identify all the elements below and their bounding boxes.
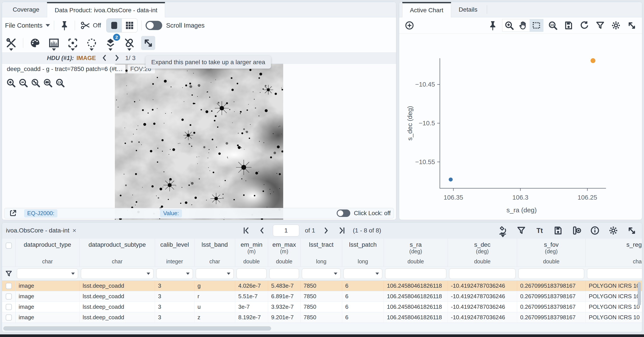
column-header-lsst_patch[interactable]: lsst_patchlong [342, 238, 384, 266]
horizontal-scrollbar-thumb[interactable] [3, 326, 271, 331]
click-lock-toggle[interactable] [337, 210, 350, 217]
select-all-header[interactable] [2, 238, 16, 266]
column-header-dataproduct_subtype[interactable]: dataproduct_subtypechar [80, 238, 155, 266]
chart-filter-button[interactable] [594, 19, 606, 32]
image-tools-button[interactable] [4, 36, 18, 50]
y-tick-label: −10.5 [419, 120, 435, 127]
chart-save-button[interactable] [562, 19, 575, 32]
zoom-fit-button[interactable] [30, 78, 40, 88]
table-text-view-button[interactable] [533, 224, 546, 237]
zoom-in-button[interactable] [6, 78, 16, 88]
table-options-button[interactable] [607, 224, 620, 237]
color-palette-button[interactable] [28, 36, 42, 50]
open-coordinates-button[interactable] [8, 208, 18, 219]
column-header-s_fov[interactable]: s_fov(deg)double [517, 238, 586, 266]
filter-select-lsst_band[interactable] [196, 268, 234, 279]
chart-canvas[interactable]: 106.35106.3106.25−10.45−10.5−10.55s_ra (… [399, 34, 642, 220]
zoom-fill-button[interactable] [43, 78, 53, 88]
layers-button[interactable]: 2 [104, 36, 118, 50]
vertical-scrollbar[interactable] [638, 282, 641, 306]
chart-select-mode-button[interactable] [530, 19, 543, 32]
row-checkbox[interactable] [6, 304, 12, 310]
filter-input-s_dec[interactable] [449, 268, 516, 279]
data-point-selected-row[interactable] [590, 58, 595, 63]
table-save-button[interactable] [552, 224, 564, 237]
last-page-button[interactable] [337, 225, 347, 236]
filter-input-s_fov[interactable] [518, 268, 584, 279]
table-row[interactable]: imagelsst.deep_coadd3z8.192e-79.201e-778… [2, 312, 642, 323]
table-row[interactable]: imagelsst.deep_coadd3u3e-73.932e-7785061… [2, 302, 642, 312]
horizontal-scrollbar-track[interactable] [2, 326, 642, 332]
fits-image[interactable] [115, 64, 283, 220]
table-info-button[interactable] [588, 224, 601, 237]
chart-settings-button[interactable] [610, 19, 622, 32]
filter-cell [16, 267, 80, 280]
table-expand-button[interactable] [625, 224, 638, 237]
row-checkbox[interactable] [6, 314, 12, 320]
scroll-images-toggle[interactable] [146, 21, 162, 30]
chart-pan-mode-button[interactable] [516, 19, 530, 32]
filter-input-s_ra[interactable] [385, 268, 446, 279]
column-header-s_ra[interactable]: s_ra(deg)double [384, 238, 448, 266]
pin-button[interactable] [58, 19, 71, 32]
grid-view-button[interactable] [122, 18, 137, 32]
table-filter-button[interactable] [515, 224, 528, 237]
zoom-1x-button[interactable] [55, 78, 65, 88]
next-page-button[interactable] [321, 226, 331, 236]
select-all-checkbox[interactable] [6, 242, 12, 249]
single-view-button[interactable] [106, 18, 122, 32]
chart-expand-button[interactable] [625, 19, 638, 32]
table-tab[interactable]: ivoa.ObsCore - data-int × [6, 227, 76, 234]
filter-select-dataproduct_type[interactable] [17, 268, 78, 279]
filter-select-calib_level[interactable] [156, 268, 193, 279]
chart-pin-button[interactable] [486, 19, 499, 32]
column-header-calib_level[interactable]: calib_levelinteger [155, 238, 194, 266]
page-number-input[interactable] [273, 224, 299, 236]
previous-page-button[interactable] [257, 226, 267, 236]
file-contents-dropdown[interactable]: File Contents [5, 22, 50, 29]
expand-panel-button[interactable] [141, 36, 155, 50]
chart-restore-button[interactable] [578, 19, 591, 32]
column-header-em_min[interactable]: em_min(m)double [235, 238, 268, 266]
row-checkbox[interactable] [6, 294, 12, 300]
next-hdu-button[interactable] [113, 54, 120, 62]
center-image-button[interactable] [66, 36, 80, 50]
cell-calib_level: 3 [155, 281, 194, 291]
filter-input-s_region[interactable] [587, 268, 642, 279]
data-point-rows[interactable] [449, 178, 453, 182]
fits-image-viewport[interactable]: deep_coadd - g - tract=7850 patch=6 (#t…… [2, 64, 396, 220]
chart-panel: Active Chart Details [399, 2, 642, 220]
tab-coverage[interactable]: Coverage [5, 2, 47, 17]
table-row[interactable]: imagelsst.deep_coadd3r5.51e-76.891e-7785… [2, 291, 642, 302]
crop-button[interactable]: Off [79, 19, 102, 32]
chart-zoom-mode-button[interactable] [502, 19, 516, 32]
table-add-column-button[interactable] [570, 224, 583, 237]
table-row[interactable]: imagelsst.deep_coadd3g4.026e-75.483e-778… [2, 281, 642, 291]
tab-details-label: Details [459, 6, 478, 13]
column-header-dataproduct_type[interactable]: dataproduct_typechar [16, 238, 80, 266]
column-header-s_region[interactable]: s_regionchar [586, 238, 642, 266]
row-checkbox[interactable] [6, 283, 12, 289]
tab-details[interactable]: Details [451, 2, 485, 17]
filter-select-lsst_tract[interactable] [302, 268, 341, 279]
tab-data-product[interactable]: Data Product: ivoa.ObsCore - data-int [47, 2, 165, 17]
zoom-out-button[interactable] [18, 78, 28, 88]
first-page-button[interactable] [241, 225, 252, 236]
close-icon[interactable]: × [72, 227, 76, 234]
add-chart-button[interactable] [403, 19, 416, 32]
filter-input-em_min[interactable] [236, 268, 266, 279]
select-region-button[interactable] [84, 36, 99, 50]
unlink-wcs-button[interactable] [122, 36, 136, 50]
previous-hdu-button[interactable] [101, 54, 108, 62]
filter-select-lsst_patch[interactable] [344, 268, 382, 279]
chart-zoom-original-button[interactable] [546, 19, 559, 32]
column-header-lsst_band[interactable]: lsst_bandchar [194, 238, 235, 266]
column-header-lsst_tract[interactable]: lsst_tractlong [300, 238, 342, 266]
filter-select-dataproduct_subtype[interactable] [81, 268, 154, 279]
column-header-s_dec[interactable]: s_dec(deg)double [448, 238, 517, 266]
table-inspect-button[interactable] [496, 224, 509, 237]
filter-input-em_max[interactable] [270, 268, 299, 279]
stretch-histogram-button[interactable] [47, 36, 61, 50]
column-header-em_max[interactable]: em_max(m)double [268, 238, 300, 266]
tab-active-chart[interactable]: Active Chart [402, 2, 451, 17]
